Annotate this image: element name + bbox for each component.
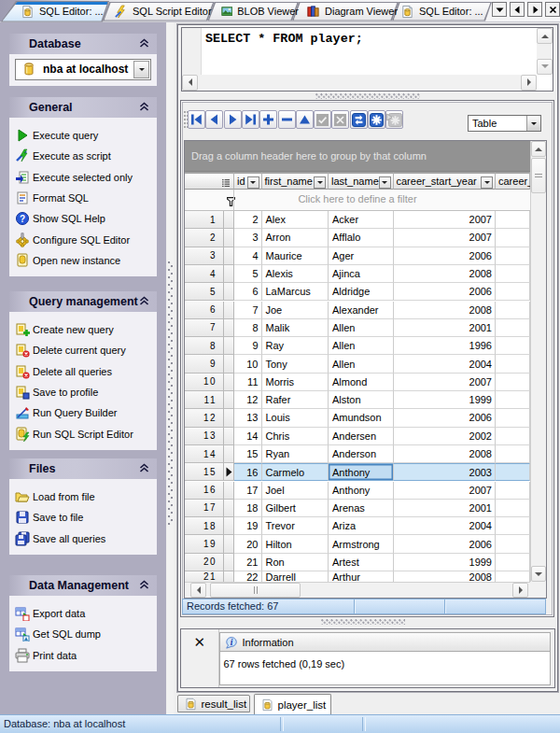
svg-text:i: i [230,637,232,647]
svg-text:?: ? [20,214,25,224]
